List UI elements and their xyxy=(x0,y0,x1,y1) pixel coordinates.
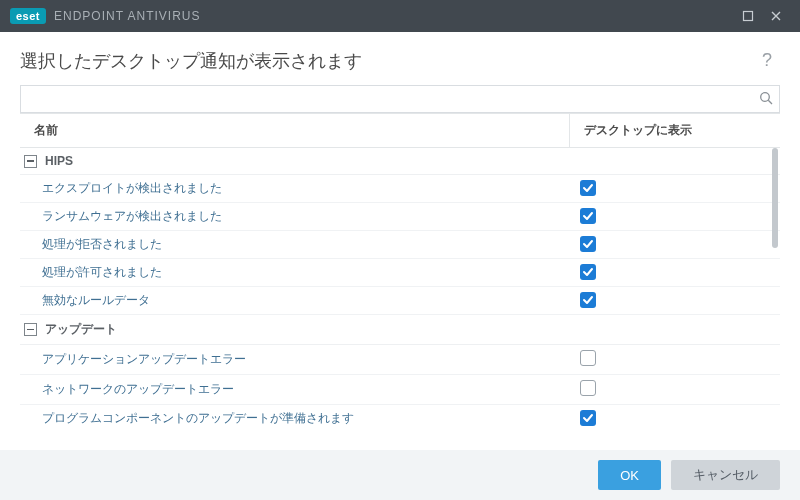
table-row: 処理が拒否されました xyxy=(20,231,780,259)
group-head-update[interactable]: アップデート xyxy=(20,315,780,345)
page-heading: 選択したデスクトップ通知が表示されます ? xyxy=(0,32,800,85)
checkbox[interactable] xyxy=(580,264,596,280)
table-scroll-area: HIPS エクスプロイトが検出されました ランサムウェアが検出されました 処理が… xyxy=(20,148,780,426)
svg-line-2 xyxy=(768,100,772,104)
table-row: ネットワークのアップデートエラー xyxy=(20,375,780,405)
row-label: 処理が拒否されました xyxy=(42,236,566,253)
row-label: ネットワークのアップデートエラー xyxy=(42,381,566,398)
checkbox[interactable] xyxy=(580,350,596,366)
group-head-hips[interactable]: HIPS xyxy=(20,148,780,175)
row-label: エクスプロイトが検出されました xyxy=(42,180,566,197)
titlebar: eset ENDPOINT ANTIVIRUS xyxy=(0,0,800,32)
checkbox[interactable] xyxy=(580,208,596,224)
svg-rect-0 xyxy=(744,12,753,21)
col-name: 名前 xyxy=(20,114,570,147)
table-row: プログラムコンポーネントのアップデートが準備されます xyxy=(20,405,780,426)
scrollbar[interactable] xyxy=(770,148,780,426)
checkbox[interactable] xyxy=(580,410,596,426)
search-input[interactable] xyxy=(27,92,759,106)
checkbox[interactable] xyxy=(580,236,596,252)
row-label: ランサムウェアが検出されました xyxy=(42,208,566,225)
checkbox[interactable] xyxy=(580,180,596,196)
window-maximize-button[interactable] xyxy=(734,2,762,30)
app-name: ENDPOINT ANTIVIRUS xyxy=(54,9,200,23)
table-row: 無効なルールデータ xyxy=(20,287,780,315)
page-title: 選択したデスクトップ通知が表示されます xyxy=(20,49,362,73)
collapse-icon[interactable] xyxy=(24,155,37,168)
table-row: 処理が許可されました xyxy=(20,259,780,287)
cancel-button[interactable]: キャンセル xyxy=(671,460,780,490)
row-label: アプリケーションアップデートエラー xyxy=(42,351,566,368)
svg-point-1 xyxy=(761,92,770,101)
table-row: アプリケーションアップデートエラー xyxy=(20,345,780,375)
brand-badge: eset xyxy=(10,8,46,24)
search-icon[interactable] xyxy=(759,91,773,108)
row-label: 処理が許可されました xyxy=(42,264,566,281)
checkbox[interactable] xyxy=(580,292,596,308)
table-row: ランサムウェアが検出されました xyxy=(20,203,780,231)
help-button[interactable]: ? xyxy=(754,46,780,75)
group-label: HIPS xyxy=(45,154,73,168)
window-close-button[interactable] xyxy=(762,2,790,30)
ok-button[interactable]: OK xyxy=(598,460,661,490)
row-label: プログラムコンポーネントのアップデートが準備されます xyxy=(42,410,566,426)
footer: OK キャンセル xyxy=(0,450,800,500)
group-label: アップデート xyxy=(45,321,117,338)
content-area: 名前 デスクトップに表示 HIPS エクスプロイトが検出されました ランサムウェ… xyxy=(0,85,800,426)
scrollbar-thumb[interactable] xyxy=(772,148,778,248)
col-desktop: デスクトップに表示 xyxy=(570,114,780,147)
collapse-icon[interactable] xyxy=(24,323,37,336)
table-header: 名前 デスクトップに表示 xyxy=(20,113,780,148)
checkbox[interactable] xyxy=(580,380,596,396)
row-label: 無効なルールデータ xyxy=(42,292,566,309)
table-row: エクスプロイトが検出されました xyxy=(20,175,780,203)
search-box[interactable] xyxy=(20,85,780,113)
